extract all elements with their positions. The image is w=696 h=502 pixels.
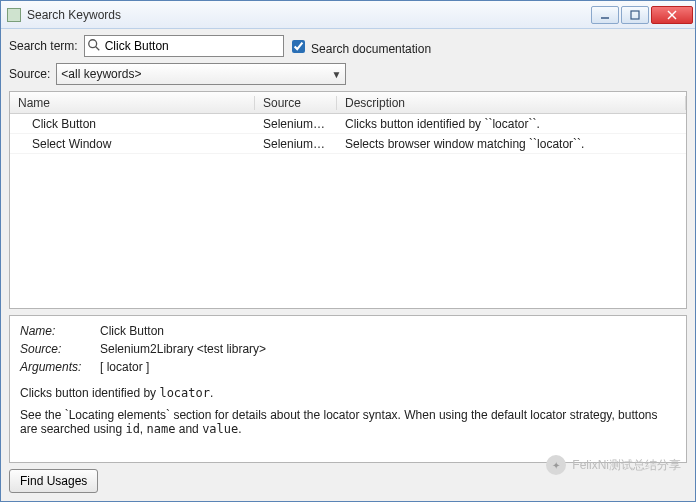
svg-point-4 (88, 40, 96, 48)
cell-name: Click Button (10, 117, 255, 131)
search-input[interactable] (84, 35, 284, 57)
svg-line-5 (95, 47, 99, 51)
results-table: Name Source Description Click Button Sel… (9, 91, 687, 309)
content-area: Search term: Search documentation Source… (1, 29, 695, 501)
window-controls (589, 6, 693, 24)
cell-description: Selects browser window matching ``locato… (337, 137, 686, 151)
window-title: Search Keywords (27, 8, 589, 22)
column-header-source[interactable]: Source (255, 96, 337, 110)
cell-source: Selenium2... (255, 137, 337, 151)
detail-name-value: Click Button (100, 324, 164, 338)
app-icon (7, 8, 21, 22)
close-button[interactable] (651, 6, 693, 24)
search-documentation-checkbox[interactable]: Search documentation (288, 37, 431, 56)
chevron-down-icon: ▼ (331, 69, 341, 80)
table-row[interactable]: Click Button Selenium2... Clicks button … (10, 114, 686, 134)
watermark: ✦FelixNi测试总结分享 (546, 455, 681, 475)
wechat-icon: ✦ (546, 455, 566, 475)
title-bar[interactable]: Search Keywords (1, 1, 695, 29)
detail-doc-line-1: Clicks button identified by locator. (20, 386, 676, 400)
search-icon (87, 38, 101, 52)
table-row[interactable]: Select Window Selenium2... Selects brows… (10, 134, 686, 154)
cell-source: Selenium2... (255, 117, 337, 131)
cell-name: Select Window (10, 137, 255, 151)
svg-rect-1 (631, 11, 639, 19)
table-header: Name Source Description (10, 92, 686, 114)
column-header-name[interactable]: Name (10, 96, 255, 110)
detail-arguments-value: [ locator ] (100, 360, 149, 374)
details-panel: Name:Click Button Source:Selenium2Librar… (9, 315, 687, 463)
minimize-button[interactable] (591, 6, 619, 24)
detail-source-value: Selenium2Library <test library> (100, 342, 266, 356)
detail-doc-line-2: See the `Locating elements` section for … (20, 408, 676, 436)
app-window: Search Keywords Search term: Search docu… (0, 0, 696, 502)
detail-arguments-label: Arguments: (20, 360, 100, 374)
find-usages-button[interactable]: Find Usages (9, 469, 98, 493)
detail-name-label: Name: (20, 324, 100, 338)
source-selected-value: <all keywords> (61, 67, 141, 81)
source-select[interactable]: <all keywords> ▼ (56, 63, 346, 85)
detail-source-label: Source: (20, 342, 100, 356)
cell-description: Clicks button identified by ``locator``. (337, 117, 686, 131)
search-term-label: Search term: (9, 39, 78, 53)
maximize-button[interactable] (621, 6, 649, 24)
column-header-description[interactable]: Description (337, 96, 686, 110)
source-label: Source: (9, 67, 50, 81)
